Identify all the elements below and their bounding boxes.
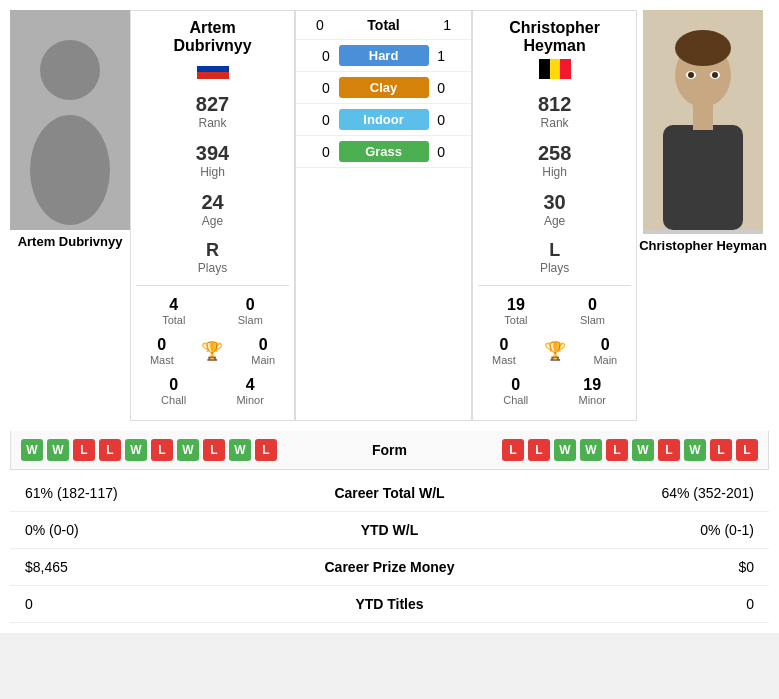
form-badge-l: L — [151, 439, 173, 461]
left-chall-minor-row: 0 Chall 4 Minor — [136, 376, 289, 406]
right-trophy-row: 0 Mast 🏆 0 Main — [478, 336, 631, 366]
right-slam-cell: 0 Slam — [580, 296, 605, 326]
surface-badge-grass: Grass — [339, 141, 429, 162]
left-divider — [136, 285, 289, 286]
left-flag — [197, 59, 229, 79]
right-form-badges: LLWWLWLWLL — [450, 439, 759, 461]
form-badge-l: L — [606, 439, 628, 461]
svg-rect-5 — [197, 72, 229, 79]
left-rank-label: Rank — [196, 116, 229, 130]
surface-badge-hard: Hard — [339, 45, 429, 66]
left-player-photo — [10, 10, 130, 230]
form-badge-l: L — [710, 439, 732, 461]
surface-badge-indoor: Indoor — [339, 109, 429, 130]
svg-rect-3 — [197, 59, 229, 66]
right-player-photo-wrapper: Christopher Heyman — [637, 10, 769, 421]
right-mast-cell: 0 Mast — [492, 336, 516, 366]
left-stats-panel: Artem Dubrivnyy 827 Rank 394 High 24 — [130, 10, 295, 421]
left-mast-cell: 0 Mast — [150, 336, 174, 366]
surface-row-clay: 0 Clay 0 — [296, 72, 471, 104]
career-wl-label: Career Total W/L — [276, 475, 504, 512]
svg-point-17 — [712, 72, 718, 78]
left-rank-block: 827 Rank — [196, 93, 229, 130]
left-high-value: 394 — [196, 142, 229, 165]
left-plays-label: Plays — [198, 261, 227, 275]
form-badge-w: W — [684, 439, 706, 461]
left-player-name-below: Artem Dubrivnyy — [16, 234, 125, 249]
left-ytd-wl: 0% (0-0) — [10, 512, 276, 549]
surface-left-score: 0 — [316, 80, 336, 96]
prize-row: $8,465 Career Prize Money $0 — [10, 549, 769, 586]
svg-point-11 — [675, 30, 731, 66]
right-high-value: 258 — [538, 142, 571, 165]
left-slam-cell: 0 Slam — [238, 296, 263, 326]
form-badge-w: W — [125, 439, 147, 461]
form-badge-w: W — [229, 439, 251, 461]
right-rank-value: 812 — [538, 93, 571, 116]
form-badge-w: W — [632, 439, 654, 461]
center-section: 0 Total 1 0 Hard 1 0 Clay 0 0 Indoor 0 0… — [295, 10, 472, 421]
left-total-slam-row: 4 Total 0 Slam — [136, 296, 289, 326]
left-titles: 0 — [10, 586, 276, 623]
left-player-photo-wrapper: Artem Dubrivnyy — [10, 10, 130, 421]
right-prize: $0 — [503, 549, 769, 586]
titles-label: YTD Titles — [276, 586, 504, 623]
right-chall-minor-row: 0 Chall 19 Minor — [478, 376, 631, 406]
svg-rect-7 — [550, 59, 560, 79]
surface-badge-clay: Clay — [339, 77, 429, 98]
surface-right-score: 1 — [431, 48, 451, 64]
surface-row-indoor: 0 Indoor 0 — [296, 104, 471, 136]
form-badge-l: L — [502, 439, 524, 461]
left-player-name: Artem Dubrivnyy — [173, 19, 251, 55]
right-high-label: High — [538, 165, 571, 179]
left-total-score: 0 — [316, 17, 324, 33]
surface-row-grass: 0 Grass 0 — [296, 136, 471, 168]
main-container: Artem Dubrivnyy Artem Dubrivnyy 827 Rank… — [0, 0, 779, 633]
right-high-block: 258 High — [538, 142, 571, 179]
top-section: Artem Dubrivnyy Artem Dubrivnyy 827 Rank… — [10, 10, 769, 421]
left-chall-cell: 0 Chall — [161, 376, 186, 406]
left-total-cell: 4 Total — [162, 296, 185, 326]
surface-right-score: 0 — [431, 144, 451, 160]
right-age-value: 30 — [544, 191, 566, 214]
left-plays-block: R Plays — [198, 240, 227, 275]
prize-label: Career Prize Money — [276, 549, 504, 586]
right-titles: 0 — [503, 586, 769, 623]
surface-left-score: 0 — [316, 144, 336, 160]
career-wl-row: 61% (182-117) Career Total W/L 64% (352-… — [10, 475, 769, 512]
total-row: 0 Total 1 — [296, 11, 471, 40]
right-rank-label: Rank — [538, 116, 571, 130]
right-trophy-icon: 🏆 — [544, 340, 566, 362]
left-age-value: 24 — [201, 191, 223, 214]
titles-row: 0 YTD Titles 0 — [10, 586, 769, 623]
total-label: Total — [367, 17, 399, 33]
left-high-block: 394 High — [196, 142, 229, 179]
form-badge-l: L — [73, 439, 95, 461]
form-badge-w: W — [47, 439, 69, 461]
right-total-score: 1 — [443, 17, 451, 33]
left-form-badges: WWLLWLWLWL — [21, 439, 330, 461]
left-prize: $8,465 — [10, 549, 276, 586]
right-player-name: Christopher Heyman — [509, 19, 600, 55]
right-player-name-below: Christopher Heyman — [637, 238, 769, 253]
left-age-block: 24 Age — [201, 191, 223, 228]
right-plays-value: L — [540, 240, 569, 261]
svg-rect-4 — [197, 66, 229, 72]
surface-left-score: 0 — [316, 112, 336, 128]
left-minor-cell: 4 Minor — [236, 376, 264, 406]
right-rank-block: 812 Rank — [538, 93, 571, 130]
svg-rect-12 — [663, 125, 743, 230]
right-flag — [539, 59, 571, 79]
right-age-label: Age — [544, 214, 566, 228]
ytd-wl-label: YTD W/L — [276, 512, 504, 549]
left-trophy-row: 0 Mast 🏆 0 Main — [136, 336, 289, 366]
surface-rows: 0 Hard 1 0 Clay 0 0 Indoor 0 0 Grass 0 — [296, 40, 471, 168]
form-badge-l: L — [658, 439, 680, 461]
surface-right-score: 0 — [431, 80, 451, 96]
svg-point-1 — [40, 40, 100, 100]
form-label: Form — [330, 442, 450, 458]
right-player-photo — [643, 10, 763, 234]
left-rank-value: 827 — [196, 93, 229, 116]
left-age-label: Age — [201, 214, 223, 228]
right-ytd-wl: 0% (0-1) — [503, 512, 769, 549]
